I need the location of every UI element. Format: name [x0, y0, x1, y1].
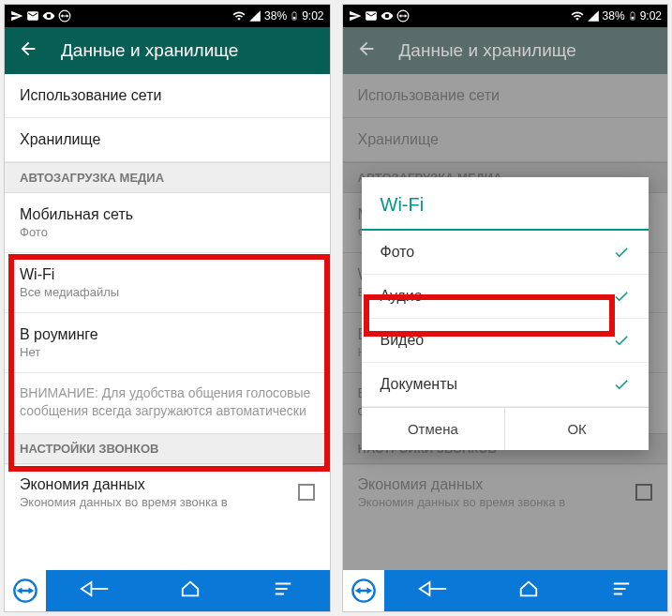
teamviewer-icon [396, 9, 410, 23]
item-data-saver[interactable]: Экономия данных Экономия данных во время… [5, 464, 330, 513]
item-network-usage[interactable]: Использование сети [5, 74, 330, 118]
icon-app1 [349, 9, 362, 23]
dialog-item-photo[interactable]: Фото [362, 231, 650, 275]
nav-back[interactable] [80, 578, 110, 603]
battery-pct: 38% [603, 9, 625, 23]
checkbox-checked[interactable] [613, 332, 630, 349]
arrow-back-icon [18, 38, 38, 59]
back-icon [418, 578, 448, 599]
autoload-notice: ВНИМАНИЕ: Для удобства общения голосовые… [5, 373, 330, 433]
nav-recent[interactable] [271, 578, 295, 603]
home-icon [178, 578, 202, 599]
wifi-icon [232, 9, 246, 23]
dialog-item-label: Аудио [381, 288, 423, 305]
statusbar: 38% 9:02 [343, 5, 668, 27]
nav-back[interactable] [418, 578, 448, 603]
battery-pct: 38% [264, 9, 287, 23]
teamviewer-button[interactable] [343, 570, 384, 611]
settings-list-dimmed: Использование сети Хранилище АВТОЗАГРУЗК… [343, 74, 668, 570]
sublabel: Фото [20, 225, 315, 239]
dialog-item-docs[interactable]: Документы [362, 363, 650, 407]
recent-icon [609, 578, 634, 599]
clock: 9:02 [640, 9, 662, 23]
teamviewer-icon [351, 578, 377, 604]
signal-icon [248, 9, 261, 23]
label: Хранилище [20, 131, 315, 148]
section-autoload: АВТОЗАГРУЗКА МЕДИА [5, 162, 330, 193]
wifi-dialog: Wi-Fi Фото Аудио Видео Документы Отмена … [362, 177, 650, 450]
phone-right: 38% 9:02 Данные и хранилище Использовани… [342, 4, 669, 612]
navbar [5, 570, 330, 611]
wifi-icon [571, 9, 584, 23]
ok-button[interactable]: ОК [505, 408, 649, 450]
settings-list: Использование сети Хранилище АВТОЗАГРУЗК… [5, 74, 330, 570]
phone-left: 38% 9:02 Данные и хранилище Использовани… [4, 4, 331, 612]
signal-icon [587, 9, 600, 23]
item-storage[interactable]: Хранилище [5, 118, 330, 162]
dialog-item-audio[interactable]: Аудио [362, 275, 650, 319]
home-icon [516, 578, 541, 599]
sublabel: Экономия данных во время звонка в [20, 495, 228, 509]
checkbox-checked[interactable] [613, 244, 630, 261]
label: Wi-Fi [20, 266, 315, 283]
icon-app2 [26, 9, 39, 23]
section-calls: НАСТРОЙКИ ЗВОНКОВ [5, 433, 330, 464]
appbar-title: Данные и хранилище [399, 40, 576, 61]
dialog-actions: Отмена ОК [362, 407, 650, 450]
statusbar: 38% 9:02 [5, 5, 330, 27]
eye-icon [42, 9, 55, 23]
dialog-item-video[interactable]: Видео [362, 319, 650, 363]
label: Использование сети [20, 87, 315, 104]
checkbox-checked[interactable] [613, 376, 630, 393]
battery-icon [290, 9, 299, 23]
back-icon [80, 578, 110, 599]
icon-app2 [365, 9, 378, 23]
dialog-item-label: Фото [381, 244, 415, 261]
sublabel: Нет [20, 345, 315, 359]
teamviewer-icon [58, 9, 71, 23]
nav-home[interactable] [178, 578, 202, 603]
nav-recent[interactable] [609, 578, 634, 603]
checkbox-checked[interactable] [613, 288, 630, 305]
item-wifi[interactable]: Wi-Fi Все медиафайлы [5, 253, 330, 313]
appbar-title: Данные и хранилище [61, 40, 238, 61]
arrow-back-icon [356, 38, 377, 59]
teamviewer-button[interactable] [5, 570, 46, 611]
label: Экономия данных [20, 476, 228, 493]
dialog-item-label: Видео [381, 332, 425, 349]
item-mobile[interactable]: Мобильная сеть Фото [5, 193, 330, 253]
recent-icon [271, 578, 295, 599]
dialog-item-label: Документы [381, 376, 457, 393]
sublabel: Все медиафайлы [20, 285, 315, 299]
back-button[interactable] [18, 38, 38, 63]
cancel-button[interactable]: Отмена [362, 408, 506, 450]
item-roaming[interactable]: В роуминге Нет [5, 313, 330, 373]
dialog-title: Wi-Fi [362, 177, 650, 231]
nav-home[interactable] [516, 578, 541, 603]
clock: 9:02 [302, 9, 323, 23]
label: В роуминге [20, 326, 315, 343]
battery-icon [628, 9, 637, 23]
appbar: Данные и хранилище [5, 27, 330, 74]
back-button[interactable] [356, 38, 377, 63]
appbar: Данные и хранилище [343, 27, 668, 74]
label: Мобильная сеть [20, 206, 315, 223]
checkbox[interactable] [298, 484, 315, 501]
icon-app1 [10, 9, 23, 23]
teamviewer-icon [12, 578, 38, 604]
navbar [343, 570, 668, 611]
eye-icon [381, 9, 394, 23]
